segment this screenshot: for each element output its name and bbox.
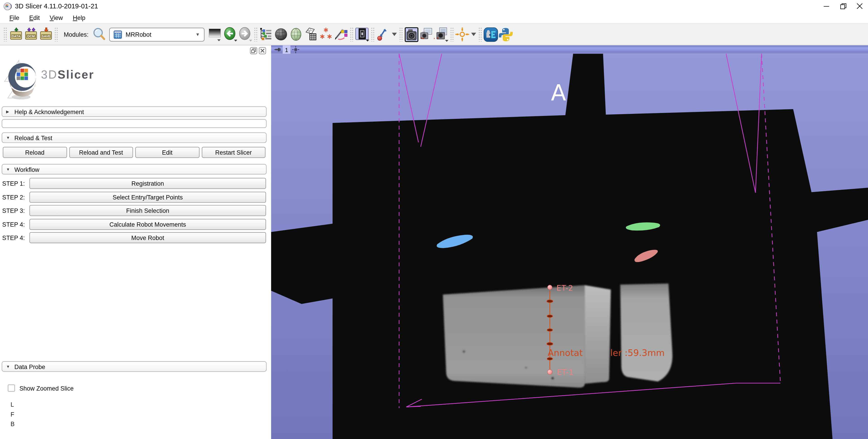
toolbar-drag-handle[interactable] [54, 27, 58, 42]
menu-edit[interactable]: Edit [24, 13, 44, 22]
close-panel-button[interactable] [259, 47, 266, 54]
chevron-down-icon: ▼ [6, 136, 11, 140]
segmentation-mesh-button[interactable] [304, 27, 318, 42]
module-history-button[interactable] [208, 27, 223, 42]
close-button[interactable] [851, 0, 868, 12]
modules-label: Modules: [64, 31, 88, 38]
chevron-right-icon: ▶ [6, 109, 11, 114]
step-4-label: STEP 4: [2, 221, 29, 227]
fiducial-point-et1[interactable] [547, 370, 552, 374]
select-entry-target-points-button[interactable]: Select Entry/Target Points [29, 191, 266, 202]
reload-and-test-button[interactable]: Reload and Test [69, 147, 133, 158]
threed-view-controller-bar[interactable]: 1 [271, 45, 868, 54]
pushpin-icon[interactable] [274, 46, 281, 53]
undock-panel-icon [251, 48, 256, 53]
toolbar-drag-handle[interactable] [450, 27, 454, 42]
module-back-icon [223, 27, 238, 42]
slicer-app-icon [3, 2, 12, 10]
chevron-down-icon: ▼ [6, 365, 11, 368]
section-data-probe[interactable]: ▼ Data Probe [2, 361, 267, 372]
menu-view[interactable]: View [45, 13, 68, 22]
step-1-label: STEP 1: [2, 180, 29, 187]
toolbar-drag-handle[interactable] [254, 27, 257, 42]
title-bar[interactable]: 3D Slicer 4.11.0-2019-01-21 [0, 0, 868, 12]
crosshair-icon [455, 27, 470, 42]
module-selector[interactable]: MRRobot ▼ [109, 27, 204, 41]
section-reload-test[interactable]: ▼ Reload & Test [2, 132, 267, 143]
registration-button[interactable]: Registration [29, 178, 266, 189]
probe-row-b: B [10, 419, 267, 429]
threed-view: 1 [271, 45, 868, 439]
move-robot-button[interactable]: Move Robot [29, 232, 266, 243]
place-fiducial-button[interactable] [376, 27, 391, 42]
layout-selector-icon [354, 27, 369, 42]
annotations-pen-icon [334, 27, 348, 42]
menu-help[interactable]: Help [68, 13, 90, 22]
module-search-button[interactable] [92, 27, 107, 42]
edit-button[interactable]: Edit [135, 147, 199, 158]
place-fiducial-dropdown[interactable] [391, 27, 398, 42]
slicer-logo-icon [3, 55, 38, 101]
show-zoomed-slice-checkbox[interactable] [8, 384, 15, 392]
slicer-application-window: 3D Slicer 4.11.0-2019-01-21 File Edit Vi… [0, 0, 868, 439]
toolbar-drag-handle[interactable] [3, 27, 7, 42]
module-panel: 3DSlicer ▶ Help & Acknowledgement ▼ Relo… [0, 45, 271, 439]
maximize-restore-button[interactable] [835, 0, 851, 12]
markups-fiducial-icon [319, 27, 333, 42]
load-data-button[interactable]: DATA [8, 27, 23, 42]
scene-view-capture-button[interactable] [419, 27, 434, 42]
python-console-button[interactable] [498, 27, 513, 42]
crosshair-dropdown[interactable] [470, 27, 477, 42]
module-forward-button[interactable] [238, 27, 253, 42]
ruler-label-right: ler :59.3mm [610, 348, 664, 358]
view-tab-1[interactable]: 1 [283, 45, 290, 54]
restart-slicer-button[interactable]: Restart Slicer [202, 147, 266, 158]
svg-text:SAVE: SAVE [41, 34, 50, 38]
subject-hierarchy-button[interactable] [259, 27, 274, 42]
svg-text:DATA: DATA [11, 34, 20, 38]
screenshot-button[interactable] [404, 27, 419, 42]
save-button[interactable]: SAVE [38, 27, 53, 42]
dicom-button[interactable]: DCM [23, 27, 38, 42]
ruler-label-left: Annotat [548, 348, 583, 358]
scene-view-restore-icon [434, 27, 449, 42]
fiducial-point-et2[interactable] [548, 285, 552, 290]
extensions-manager-button[interactable] [483, 27, 498, 42]
annotations-button[interactable] [334, 27, 348, 42]
reload-button[interactable]: Reload [3, 147, 67, 158]
markups-button[interactable] [318, 27, 334, 42]
center-view-crosshair-icon[interactable] [292, 46, 300, 53]
volume-rendering-button[interactable] [274, 27, 288, 42]
step-3-label: STEP 3: [2, 207, 29, 214]
minimize-button[interactable] [818, 0, 835, 12]
place-fiducial-arrow-icon [376, 27, 390, 42]
undock-panel-button[interactable] [250, 47, 257, 54]
dicom-folder-icon: DCM [24, 27, 38, 42]
module-search-magnifier-icon [92, 27, 107, 42]
models-icon [289, 27, 303, 42]
crosshair-button[interactable] [455, 27, 470, 42]
toolbar-drag-handle[interactable] [349, 27, 353, 42]
calculate-robot-movements-button[interactable]: Calculate Robot Movements [29, 218, 266, 229]
module-back-button[interactable] [223, 27, 238, 42]
slicer-logo: 3DSlicer [2, 50, 267, 106]
menu-file[interactable]: File [4, 13, 24, 22]
window-title: 3D Slicer 4.11.0-2019-01-21 [15, 2, 98, 10]
screenshot-icon [404, 27, 419, 42]
models-button[interactable] [288, 27, 304, 42]
threed-scene[interactable]: Annotat ler :59.3mm ET-2 ET-1 A [271, 54, 868, 439]
segmentation-mesh-icon [304, 27, 318, 42]
toolbar-drag-handle[interactable] [478, 27, 482, 42]
toolbar-drag-handle[interactable] [399, 27, 403, 42]
python-console-icon [498, 27, 513, 42]
show-zoomed-slice-label: Show Zoomed Slice [20, 385, 73, 391]
toolbar-drag-handle[interactable] [371, 27, 374, 42]
section-workflow[interactable]: ▼ Workflow [2, 164, 267, 174]
layout-selector-button[interactable] [354, 27, 369, 42]
main-toolbar: DATA DCM SAVE Modules: [0, 23, 868, 45]
module-forward-icon [238, 27, 253, 42]
restore-icon [840, 3, 846, 9]
section-help-acknowledgement[interactable]: ▶ Help & Acknowledgement [2, 106, 267, 117]
scene-view-restore-button[interactable] [434, 27, 449, 42]
finish-selection-button[interactable]: Finish Selection [29, 205, 266, 216]
